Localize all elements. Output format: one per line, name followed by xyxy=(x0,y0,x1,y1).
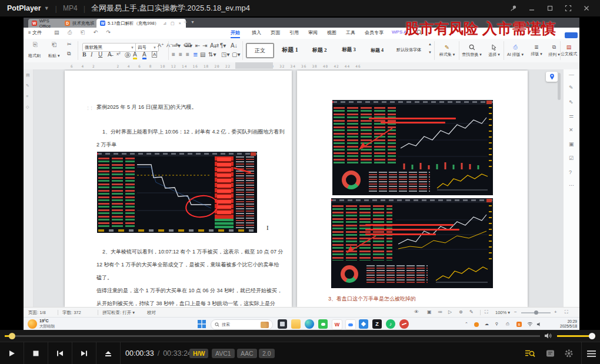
bullet-list-icon[interactable]: ≔▾ xyxy=(172,42,181,49)
official-mode-button[interactable]: ▤ 公文模式 xyxy=(559,41,579,60)
checkbox-icon[interactable]: ▣ xyxy=(569,141,574,147)
tools-icon[interactable]: ✕ xyxy=(569,127,574,133)
maximize-icon[interactable] xyxy=(544,3,556,14)
edit-pen-icon[interactable]: ✎ xyxy=(569,85,574,91)
font-name-select[interactable]: 微软雅黑▼ xyxy=(82,43,136,52)
tray-b-app-icon[interactable]: B xyxy=(516,322,522,327)
task-view-button[interactable] xyxy=(278,319,287,329)
zoom-out-icon[interactable]: − xyxy=(514,309,517,315)
next-button[interactable] xyxy=(72,342,96,364)
select-cursor-icon[interactable]: ⇖ xyxy=(569,99,574,105)
playlist-search-button[interactable] xyxy=(521,342,539,364)
style-heading4[interactable]: 标题 4 xyxy=(365,43,389,57)
paste-button[interactable]: 粘贴 ▾ xyxy=(48,53,59,59)
tray-mic-icon[interactable]: ⚲ xyxy=(495,322,498,326)
menu-tools[interactable]: 工具 xyxy=(346,29,355,36)
spellcheck-status[interactable]: 拼写检查: 打开 ▾ xyxy=(102,310,135,316)
format-painter-icon[interactable]: ⎘ xyxy=(33,41,38,48)
audio-channels-badge[interactable]: 2.0 xyxy=(259,349,275,358)
copy-icon[interactable]: ⧉ xyxy=(67,51,71,57)
menu-page[interactable]: 页面 xyxy=(271,29,280,36)
word-count[interactable]: 字数: 372 xyxy=(62,310,81,316)
font-size-select[interactable]: 四号▼ xyxy=(135,43,159,52)
font-color-button[interactable]: A xyxy=(142,51,146,59)
italic-button[interactable]: I xyxy=(91,51,92,58)
zoom-in-icon[interactable]: + xyxy=(554,309,557,315)
photos-app-button[interactable] xyxy=(359,319,368,329)
shading-icon[interactable]: ◳▾ xyxy=(221,51,229,58)
style-gallery-up-icon[interactable]: ▲ xyxy=(428,42,432,46)
file-explorer-button[interactable] xyxy=(291,319,301,329)
start-button[interactable] xyxy=(198,320,206,328)
comment-pane-icon[interactable]: ◇ xyxy=(26,105,29,109)
document-area[interactable]: ▤ ✎ ≡ ◇ ⋮⋮ 案例2025 年 5 月 16 日(星期五)的天汽模。 1… xyxy=(24,69,579,307)
hw-decoder-badge[interactable]: H/W xyxy=(189,349,208,358)
align-left-icon[interactable]: ≡ xyxy=(172,51,175,58)
page-view-icon[interactable]: ▣ xyxy=(427,309,432,315)
tray-display-icon[interactable]: ⎙ xyxy=(506,322,509,326)
z-app-button[interactable]: Z xyxy=(372,319,382,329)
stop-button[interactable] xyxy=(24,342,48,364)
fullscreen-doc-icon[interactable]: ⛶ xyxy=(565,309,568,315)
web-view-icon[interactable]: ⊕ xyxy=(459,309,463,315)
char-scale-icon[interactable]: A⇄ xyxy=(210,42,219,49)
justify-icon[interactable]: ≣ xyxy=(193,51,198,58)
wps-office-button[interactable]: W xyxy=(332,319,342,330)
paragraph-drag-handle-icon[interactable]: ⋮⋮ xyxy=(86,106,93,111)
pin-icon[interactable] xyxy=(507,3,520,14)
outline-view-icon[interactable]: ≔ xyxy=(438,309,442,315)
zoom-slider-thumb[interactable] xyxy=(534,310,538,315)
open-file-button[interactable] xyxy=(96,342,121,364)
tab-wps-home[interactable]: W WPS Office xyxy=(28,19,65,28)
app-menu-button[interactable]: PotPlayer xyxy=(7,4,41,12)
style-heading3[interactable]: 标题 3 xyxy=(336,43,361,57)
settings-button[interactable] xyxy=(560,342,578,364)
help-icon[interactable]: ? xyxy=(569,169,572,175)
weather-icon[interactable] xyxy=(28,319,37,329)
line-break-icon[interactable]: ¶▾ xyxy=(220,42,226,49)
play-view-icon[interactable]: ▷ xyxy=(448,309,452,315)
taskbar-clock[interactable]: 20:29 2025/5/18 xyxy=(549,319,577,329)
proofread-button[interactable]: 校对 xyxy=(147,310,156,316)
align-center-icon[interactable]: ≡ xyxy=(179,51,182,58)
video-display[interactable]: W WPS Office D 技术充电班 W 5.17盘口解析（充电998） ⊿… xyxy=(0,16,600,330)
style-heading2[interactable]: 标题 2 xyxy=(307,43,332,57)
video-codec-badge[interactable]: AVC1 xyxy=(212,349,235,358)
document-page-1[interactable]: ⋮⋮ 案例2025 年 5 月 16 日(星期五)的天汽模。 1、分时界面上能看… xyxy=(65,71,292,307)
char-border-button[interactable]: A xyxy=(152,51,157,58)
format-painter-button[interactable]: 格式刷 xyxy=(28,53,41,59)
style-set-button[interactable]: ✎ 样式集 ▾ xyxy=(436,41,458,60)
find-replace-button[interactable]: 查找替换 ▾ xyxy=(461,41,482,60)
audio-codec-badge[interactable]: AAC xyxy=(237,349,257,358)
tab-active-document[interactable]: W 5.17盘口解析（充电998） ⊿ ▢ × xyxy=(96,19,186,28)
tray-expand-icon[interactable]: ⌃ xyxy=(465,322,468,326)
tab-doc2[interactable]: D 技术充电班 xyxy=(61,19,100,28)
weather-temp[interactable]: 19°C xyxy=(39,319,49,323)
menu-view[interactable]: 视图 xyxy=(327,29,336,36)
volume-icon[interactable] xyxy=(544,332,552,339)
decrease-indent-icon[interactable]: ⇤ xyxy=(195,42,200,49)
play-button[interactable] xyxy=(0,342,24,364)
ai-typeset-button[interactable]: ⎙ AI 排版 ▾ xyxy=(505,41,526,60)
bookmark-icon[interactable]: ✎ xyxy=(26,84,29,88)
strikethrough-button[interactable]: A̶ xyxy=(108,51,112,58)
quick-access-toolbar[interactable]: ▤ ⎙ ⎗ ↶ ↷ xyxy=(54,29,114,36)
fit-page-icon[interactable]: ⛶ xyxy=(485,309,488,315)
menu-review[interactable]: 审阅 xyxy=(308,29,318,36)
underline-button[interactable]: U xyxy=(98,51,102,58)
app-menu-caret-icon[interactable]: ▼ xyxy=(44,5,49,11)
nav-pane-icon[interactable]: ▤ xyxy=(26,73,30,78)
tray-app-icon[interactable] xyxy=(474,322,479,327)
menu-reference[interactable]: 引用 xyxy=(289,29,299,36)
paste-icon[interactable]: ⎗ xyxy=(52,41,56,48)
more-icon[interactable]: ⋯ xyxy=(569,182,574,188)
style-body[interactable]: 正文 xyxy=(246,43,274,58)
taskbar-search[interactable]: 搜索 xyxy=(211,319,273,330)
seek-thumb[interactable] xyxy=(9,333,15,339)
vertical-scrollbar[interactable] xyxy=(558,73,561,100)
border-icon[interactable]: ▢▾ xyxy=(232,51,240,58)
select-button[interactable]: 选择 ▾ xyxy=(484,41,505,60)
line-spacing-icon[interactable]: ⇅▾ xyxy=(208,51,216,58)
number-list-icon[interactable]: ≕▾ xyxy=(184,42,192,49)
checklist-icon[interactable]: ☑ xyxy=(569,155,574,161)
